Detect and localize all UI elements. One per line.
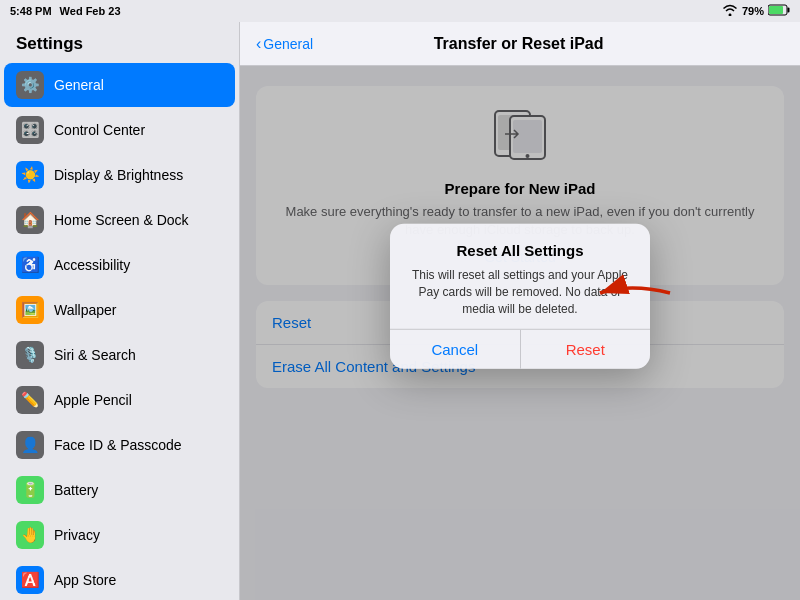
arrow-annotation	[580, 263, 680, 327]
status-bar: 5:48 PM Wed Feb 23 79%	[0, 0, 800, 22]
alert-reset-button[interactable]: Reset	[521, 330, 651, 369]
sidebar-label-pencil: Apple Pencil	[54, 392, 132, 408]
main-layout: Settings ⚙️ General 🎛️ Control Center ☀️…	[0, 22, 800, 600]
back-chevron-icon: ‹	[256, 35, 261, 53]
sidebar-item-display[interactable]: ☀️ Display & Brightness	[4, 153, 235, 197]
content-title: Transfer or Reset iPad	[321, 35, 716, 53]
svg-rect-2	[769, 6, 783, 14]
privacy-icon: 🤚	[16, 521, 44, 549]
sidebar-item-pencil[interactable]: ✏️ Apple Pencil	[4, 378, 235, 422]
alert-title: Reset All Settings	[406, 242, 634, 259]
accessibility-icon: ♿	[16, 251, 44, 279]
sidebar-label-accessibility: Accessibility	[54, 257, 130, 273]
faceid-icon: 👤	[16, 431, 44, 459]
sidebar-item-general[interactable]: ⚙️ General	[4, 63, 235, 107]
battery-icon	[768, 4, 790, 18]
status-date: Wed Feb 23	[60, 5, 121, 17]
svg-rect-1	[788, 8, 790, 13]
sidebar: Settings ⚙️ General 🎛️ Control Center ☀️…	[0, 22, 240, 600]
home-icon: 🏠	[16, 206, 44, 234]
sidebar-item-wallpaper[interactable]: 🖼️ Wallpaper	[4, 288, 235, 332]
content-header: ‹ General Transfer or Reset iPad	[240, 22, 800, 66]
display-icon: ☀️	[16, 161, 44, 189]
sidebar-label-siri: Siri & Search	[54, 347, 136, 363]
sidebar-item-battery[interactable]: 🔋 Battery	[4, 468, 235, 512]
appstore-icon: 🅰️	[16, 566, 44, 594]
sidebar-item-privacy[interactable]: 🤚 Privacy	[4, 513, 235, 557]
sidebar-item-siri[interactable]: 🎙️ Siri & Search	[4, 333, 235, 377]
sidebar-label-wallpaper: Wallpaper	[54, 302, 117, 318]
sidebar-item-control-center[interactable]: 🎛️ Control Center	[4, 108, 235, 152]
sidebar-label-faceid: Face ID & Passcode	[54, 437, 182, 453]
sidebar-item-home-screen[interactable]: 🏠 Home Screen & Dock	[4, 198, 235, 242]
sidebar-label-display: Display & Brightness	[54, 167, 183, 183]
sidebar-label-battery: Battery	[54, 482, 98, 498]
arrow-svg	[580, 263, 680, 323]
sidebar-item-appstore[interactable]: 🅰️ App Store	[4, 558, 235, 600]
sidebar-label-general: General	[54, 77, 104, 93]
wallpaper-icon: 🖼️	[16, 296, 44, 324]
wifi-icon	[722, 4, 738, 18]
sidebar-label-control: Control Center	[54, 122, 145, 138]
battery-text: 79%	[742, 5, 764, 17]
sidebar-item-accessibility[interactable]: ♿ Accessibility	[4, 243, 235, 287]
back-button[interactable]: ‹ General	[256, 35, 313, 53]
sidebar-label-appstore: App Store	[54, 572, 116, 588]
content-area: ‹ General Transfer or Reset iPad	[240, 22, 800, 600]
sidebar-label-home: Home Screen & Dock	[54, 212, 189, 228]
pencil-icon: ✏️	[16, 386, 44, 414]
alert-buttons: Cancel Reset	[390, 329, 650, 369]
back-label: General	[263, 36, 313, 52]
general-icon: ⚙️	[16, 71, 44, 99]
sidebar-header: Settings	[0, 22, 239, 62]
sidebar-label-privacy: Privacy	[54, 527, 100, 543]
sidebar-item-faceid[interactable]: 👤 Face ID & Passcode	[4, 423, 235, 467]
alert-cancel-button[interactable]: Cancel	[390, 330, 521, 369]
siri-icon: 🎙️	[16, 341, 44, 369]
battery-sidebar-icon: 🔋	[16, 476, 44, 504]
control-center-icon: 🎛️	[16, 116, 44, 144]
status-time: 5:48 PM	[10, 5, 52, 17]
